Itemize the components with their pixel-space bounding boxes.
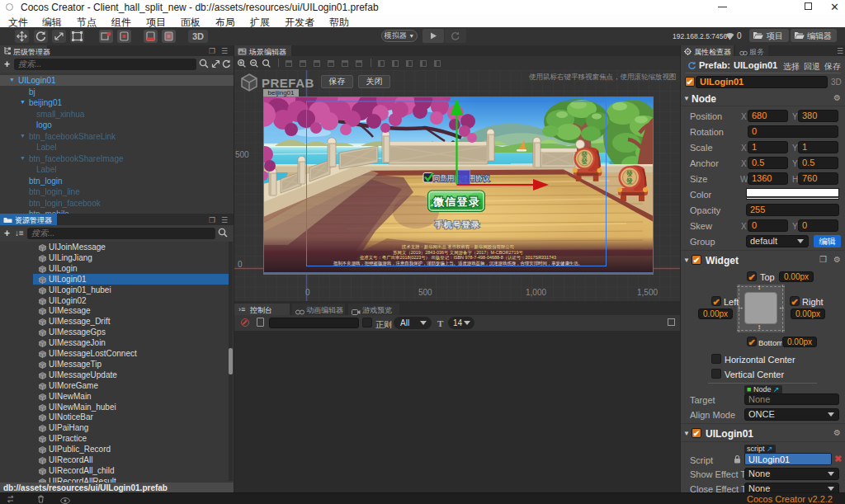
svg-text:發: 發 xyxy=(581,158,588,165)
svg-text:手机号登录: 手机号登录 xyxy=(435,219,480,229)
svg-text:抵制不良游戏，拒绝盗版游戏，注意自我保护，谨防受骗上当。适度: 抵制不良游戏，拒绝盗版游戏，注意自我保护，谨防受骗上当。适度游戏益脑，沉迷游戏伤… xyxy=(333,261,583,266)
svg-text:發: 發 xyxy=(625,170,633,177)
svg-text:微信登录: 微信登录 xyxy=(432,195,480,208)
svg-text:發: 發 xyxy=(625,177,633,185)
